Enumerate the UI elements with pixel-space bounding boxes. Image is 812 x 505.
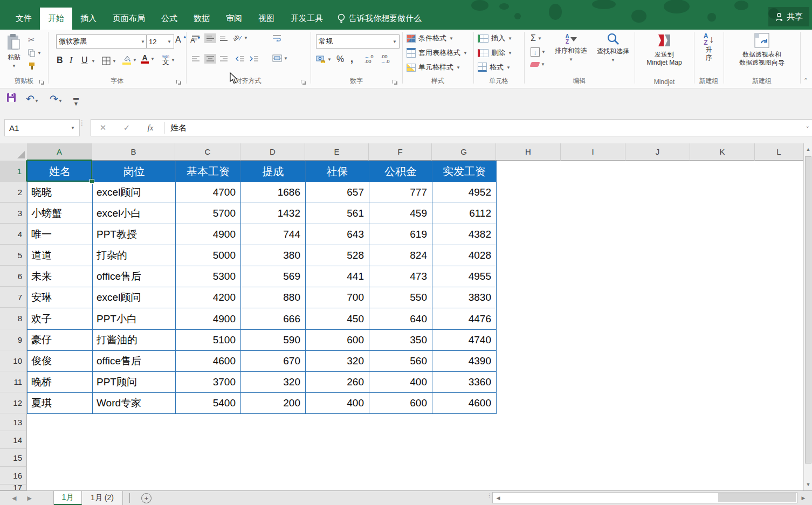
scroll-down-button[interactable]: ▼ [804,479,812,490]
data-cell[interactable]: 未来 [27,266,93,287]
header-cell[interactable]: 公积金 [369,161,432,182]
row-header-14[interactable]: 14 [0,431,27,449]
data-cell[interactable]: 561 [306,203,369,224]
data-cell[interactable]: 欢子 [27,308,93,330]
column-header-D[interactable]: D [240,143,305,161]
row-header-10[interactable]: 10 [0,350,27,371]
data-cell[interactable]: 5300 [176,266,241,287]
data-cell[interactable]: PPT教授 [93,224,176,245]
data-cell[interactable]: 459 [369,203,432,224]
cell-styles-button[interactable]: 单元格样式▼ [407,63,460,72]
data-cell[interactable]: 643 [306,224,369,245]
scroll-up-button[interactable]: ▲ [804,144,812,155]
copy-dropdown[interactable]: ▼ [37,51,42,56]
data-cell[interactable]: PPT顾问 [93,372,176,393]
data-cell[interactable]: 666 [241,308,306,330]
cut-button[interactable]: ✂ [28,35,35,45]
name-box-dropdown[interactable]: ▼ [71,126,75,130]
data-cell[interactable]: 4600 [176,351,241,372]
tell-me-box[interactable]: 告诉我你想要做什么 [331,8,428,30]
column-header-C[interactable]: C [175,143,240,161]
row-header-17[interactable]: 17 [0,485,27,490]
italic-button[interactable]: I [70,56,72,65]
fill-color-button[interactable]: ▼ [122,56,137,65]
column-header-I[interactable]: I [561,143,625,161]
phonetic-guide-button[interactable]: wén 文 ▼ [162,54,175,65]
data-cell[interactable]: 824 [369,245,432,266]
sheet-tab-jan-2[interactable]: 1月 (2) [82,491,123,505]
comma-style-button[interactable]: , [350,53,353,65]
number-format-combo[interactable]: 常规▼ [316,34,400,49]
horizontal-scroll-thumb[interactable] [718,493,796,502]
redo-dropdown[interactable]: ▼ [58,99,63,103]
row-header-3[interactable]: 3 [0,203,27,224]
data-cell[interactable]: 200 [241,393,306,414]
align-bottom-button[interactable] [219,35,228,41]
format-as-table-button[interactable]: 套用表格格式▼ [407,48,467,58]
column-header-E[interactable]: E [305,143,369,161]
column-header-A[interactable]: A [27,143,92,161]
increase-font-button[interactable]: A▲ [175,35,187,45]
sort-ascending-button[interactable]: AZ ↓ 升 序 [697,32,721,62]
data-cell[interactable]: 473 [369,266,432,287]
data-cell[interactable]: Word专家 [93,393,176,414]
column-header-H[interactable]: H [496,143,561,161]
send-to-mindjet-button[interactable]: 发送到 Mindjet Map [637,32,691,67]
format-painter-button[interactable] [28,62,36,70]
scroll-right-button[interactable]: ▶ [799,492,808,503]
customize-qat-button[interactable]: ▬▼ [73,95,79,107]
data-cell[interactable]: 5100 [176,330,241,351]
fill-handle[interactable] [90,179,94,184]
underline-dropdown[interactable]: ▼ [91,59,95,64]
data-cell[interactable]: office售后 [93,266,176,287]
new-sheet-button[interactable]: + [141,493,152,503]
data-cell[interactable]: excel顾问 [93,287,176,308]
bold-button[interactable]: B [57,56,63,65]
align-middle-button[interactable] [204,33,216,43]
row-header-13[interactable]: 13 [0,413,27,431]
tab-scroll-splitter[interactable]: ⋮⋮ [487,494,489,502]
header-cell[interactable]: 岗位 [93,161,176,182]
delete-cells-button[interactable]: 删除▼ [478,48,512,58]
data-cell[interactable]: 260 [306,372,369,393]
copy-button[interactable]: ▼ [28,49,42,57]
increase-decimal-button[interactable]: ←.0.00 [364,54,374,64]
clipboard-dialog-launcher[interactable] [39,80,45,85]
data-cell[interactable]: 唯一 [27,224,93,245]
pivot-wizard-button[interactable]: 数据透视表和 数据透视图向导 [730,32,794,67]
fill-button[interactable]: ↓▼ [531,47,546,57]
data-cell[interactable]: 670 [241,351,306,372]
data-cell[interactable]: 夏琪 [27,393,93,414]
row-header-2[interactable]: 2 [0,182,27,203]
row-header-9[interactable]: 9 [0,329,27,350]
font-color-button[interactable]: A ▼ [141,54,155,64]
data-cell[interactable]: 4740 [432,330,497,351]
column-header-L[interactable]: L [755,143,803,161]
data-cell[interactable]: 3830 [432,287,497,308]
data-cell[interactable]: office售后 [93,351,176,372]
tab-data[interactable]: 数据 [185,8,218,30]
redo-button[interactable]: ↷▼ [50,93,63,105]
data-cell[interactable]: 安琳 [27,287,93,308]
formula-input[interactable]: 姓名 [167,123,187,133]
scroll-left-button[interactable]: ◀ [493,492,503,503]
data-cell[interactable]: 晓晓 [27,182,93,203]
data-cell[interactable]: 880 [241,287,306,308]
data-cell[interactable]: 320 [241,372,306,393]
percent-style-button[interactable]: % [336,54,344,64]
vertical-scroll-thumb[interactable] [805,156,811,464]
font-dialog-launcher[interactable] [176,80,182,85]
row-header-1[interactable]: 1 [0,161,27,182]
sheet-tab-jan[interactable]: 1月 [54,491,82,505]
data-cell[interactable]: 528 [306,245,369,266]
row-header-6[interactable]: 6 [0,266,27,287]
data-cell[interactable]: 619 [369,224,432,245]
align-center-button[interactable] [204,54,216,64]
formula-bar-splitter[interactable]: ⋮ [79,122,85,124]
data-cell[interactable]: 640 [369,308,432,330]
data-cell[interactable]: 400 [369,372,432,393]
data-cell[interactable]: 550 [369,287,432,308]
data-cell[interactable]: 350 [369,330,432,351]
data-cell[interactable]: 4955 [432,266,497,287]
row-header-16[interactable]: 16 [0,467,27,485]
